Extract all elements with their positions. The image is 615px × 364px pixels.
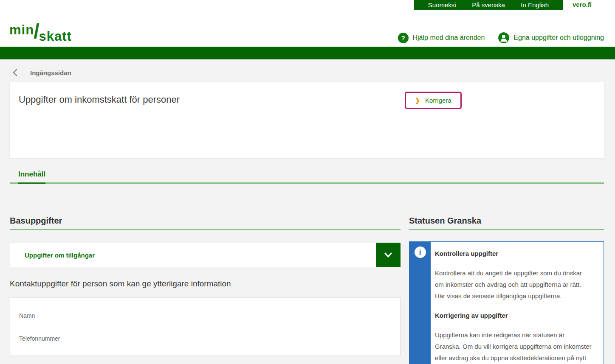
help-link[interactable]: ? Hjälp med dina ärenden	[398, 33, 485, 43]
info-box-content: Kontrollera uppgifter Kontrollera att du…	[431, 242, 604, 364]
two-column-layout: Basuppgifter Uppgifter om tillgångar Kon…	[10, 216, 604, 364]
tab-bar: Innehåll	[10, 167, 604, 184]
tillgangar-accordion[interactable]: Uppgifter om tillgångar	[10, 243, 401, 267]
info-paragraph-kontrollera: Kontrollera att du angett de uppgifter s…	[435, 267, 592, 302]
breadcrumb-label: Ingångssidan	[30, 69, 71, 76]
language-link-in-english[interactable]: In English	[521, 1, 549, 8]
header: min/skatt ? Hjälp med dina ärenden Egna …	[0, 10, 615, 47]
utility-row: Suomeksi På svenska In English vero.fi	[0, 0, 615, 10]
chevron-left-icon	[13, 69, 17, 76]
page-header-card: Uppgifter om inkomstskatt för personer ❯…	[10, 82, 604, 158]
info-heading-kontrollera: Kontrollera uppgifter	[435, 250, 592, 257]
info-box-blue-strip: i	[409, 242, 431, 364]
status-info-box: i Kontrollera uppgifter Kontrollera att …	[409, 241, 604, 364]
info-paragraph-korrigering: Uppgifterna kan inte redigeras när statu…	[435, 329, 592, 364]
name-field[interactable]: Namn	[10, 305, 400, 328]
accordion-label: Uppgifter om tillgångar	[25, 252, 95, 259]
contact-section-heading: Kontaktuppgifter för person som kan ge y…	[10, 278, 401, 289]
korrigera-button[interactable]: ❯ Korrigera	[405, 92, 462, 109]
contact-fields-panel: Namn Telefonnummer	[10, 297, 401, 356]
help-link-label: Hjälp med dina ärenden	[413, 34, 485, 42]
basuppgifter-heading: Basuppgifter	[10, 216, 401, 230]
status-granska-heading: Statusen Granska	[409, 216, 604, 230]
account-link[interactable]: Egna uppgifter och utloggning	[498, 32, 604, 43]
info-icon: i	[415, 246, 426, 258]
language-link-suomeksi[interactable]: Suomeksi	[428, 1, 456, 8]
help-question-icon: ?	[398, 33, 409, 43]
minskatt-logo[interactable]: min/skatt	[9, 16, 72, 39]
main-content: Ingångssidan Uppgifter om inkomstskatt f…	[0, 59, 615, 364]
language-bar: Suomeksi På svenska In English	[414, 0, 563, 10]
language-link-pa-svenska[interactable]: På svenska	[472, 1, 505, 8]
info-heading-korrigering: Korrigering av uppgifter	[435, 312, 592, 319]
header-links: ? Hjälp med dina ärenden Egna uppgifter …	[398, 32, 604, 43]
right-column: Statusen Granska i Kontrollera uppgifter…	[409, 216, 604, 364]
chevron-down-icon	[382, 249, 394, 261]
person-icon	[498, 32, 509, 43]
logo-text-skatt: skatt	[39, 29, 71, 44]
phone-field[interactable]: Telefonnummer	[10, 328, 400, 351]
tab-innehall[interactable]: Innehåll	[18, 170, 45, 184]
green-band	[0, 47, 615, 59]
logo-text-min: min	[9, 22, 34, 37]
accordion-expand-button[interactable]	[376, 243, 401, 267]
vero-fi-link[interactable]: vero.fi	[573, 1, 592, 8]
page-title: Uppgifter om inkomstskatt för personer	[19, 94, 180, 105]
chevron-right-icon: ❯	[415, 98, 420, 104]
korrigera-button-label: Korrigera	[425, 97, 451, 104]
left-column: Basuppgifter Uppgifter om tillgångar Kon…	[10, 216, 401, 356]
breadcrumb-back[interactable]: Ingångssidan	[0, 59, 82, 82]
account-link-label: Egna uppgifter och utloggning	[513, 34, 604, 42]
